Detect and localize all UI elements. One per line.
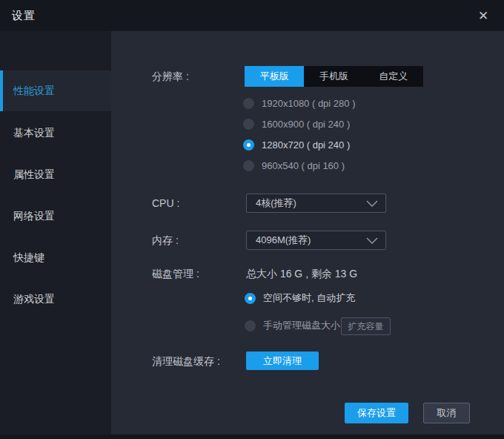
resolution-option-1280x720[interactable]: 1280x720 ( dpi 240 ) bbox=[243, 137, 350, 152]
tab-phone[interactable]: 手机版 bbox=[304, 66, 363, 87]
sidebar-item-shortcuts[interactable]: 快捷键 bbox=[0, 237, 111, 278]
chevron-down-icon bbox=[366, 197, 378, 210]
memory-dropdown[interactable]: 4096M(推荐) bbox=[246, 231, 386, 250]
cpu-dropdown-value: 4核(推荐) bbox=[256, 197, 296, 210]
window-bottom-edge bbox=[0, 435, 504, 439]
resolution-option-label: 1280x720 ( dpi 240 ) bbox=[262, 139, 350, 151]
sidebar-item-label: 属性设置 bbox=[13, 168, 55, 180]
close-button[interactable]: ✕ bbox=[471, 5, 495, 26]
resolution-label: 分辨率 : bbox=[152, 66, 189, 87]
sidebar-item-label: 快捷键 bbox=[13, 251, 44, 263]
resolution-tab-group: 平板版 手机版 自定义 bbox=[245, 66, 423, 87]
sidebar-item-label: 网络设置 bbox=[13, 210, 55, 222]
tab-custom[interactable]: 自定义 bbox=[364, 66, 423, 87]
resolution-option-label: 1600x900 ( dpi 240 ) bbox=[262, 119, 350, 130]
resolution-option-label: 1920x1080 ( dpi 280 ) bbox=[262, 98, 355, 109]
chevron-down-icon bbox=[366, 234, 378, 247]
memory-label: 内存 : bbox=[152, 231, 179, 250]
resolution-option-label: 960x540 ( dpi 160 ) bbox=[262, 160, 345, 171]
disk-option-auto-expand[interactable]: 空间不够时, 自动扩充 bbox=[245, 291, 355, 306]
disk-usage-info: 总大小 16 G , 剩余 13 G bbox=[246, 265, 357, 283]
sidebar-item-game[interactable]: 游戏设置 bbox=[0, 278, 111, 320]
radio-icon bbox=[243, 160, 254, 171]
radio-checked-icon bbox=[243, 139, 254, 151]
close-icon: ✕ bbox=[478, 8, 488, 24]
sidebar-item-label: 游戏设置 bbox=[13, 293, 55, 305]
sidebar: 性能设置 基本设置 属性设置 网络设置 快捷键 游戏设置 bbox=[0, 31, 111, 435]
disk-option-label: 手动管理磁盘大小 bbox=[263, 319, 340, 332]
cpu-dropdown[interactable]: 4核(推荐) bbox=[246, 194, 386, 213]
resolution-option-960x540[interactable]: 960x540 ( dpi 160 ) bbox=[243, 158, 345, 173]
cancel-button[interactable]: 取消 bbox=[423, 403, 470, 423]
tab-tablet[interactable]: 平板版 bbox=[245, 66, 304, 87]
radio-icon bbox=[245, 320, 256, 331]
sidebar-item-basic[interactable]: 基本设置 bbox=[0, 112, 111, 154]
resolution-option-1600x900[interactable]: 1600x900 ( dpi 240 ) bbox=[243, 116, 350, 131]
sidebar-item-label: 基本设置 bbox=[13, 127, 55, 139]
save-settings-button[interactable]: 保存设置 bbox=[345, 403, 408, 423]
cpu-label: CPU : bbox=[152, 194, 179, 213]
memory-dropdown-value: 4096M(推荐) bbox=[256, 234, 311, 247]
sidebar-item-label: 性能设置 bbox=[13, 85, 55, 96]
disk-option-manual[interactable]: 手动管理磁盘大小 bbox=[245, 318, 340, 333]
clean-now-button[interactable]: 立即清理 bbox=[246, 351, 319, 370]
disk-label: 磁盘管理 : bbox=[152, 265, 199, 283]
settings-window: 设置 ✕ 性能设置 基本设置 属性设置 网络设置 快捷键 游戏设置 分辨率 : … bbox=[0, 0, 504, 439]
sidebar-item-network[interactable]: 网络设置 bbox=[0, 195, 111, 237]
radio-icon bbox=[243, 98, 254, 109]
disk-option-label: 空间不够时, 自动扩充 bbox=[263, 291, 355, 305]
performance-settings-panel: 分辨率 : 平板版 手机版 自定义 1920x1080 ( dpi 280 ) … bbox=[111, 31, 504, 435]
expand-capacity-button[interactable]: 扩充容量 bbox=[341, 317, 391, 335]
window-title: 设置 bbox=[12, 0, 36, 31]
sidebar-item-performance[interactable]: 性能设置 bbox=[0, 70, 111, 111]
resolution-option-1920x1080[interactable]: 1920x1080 ( dpi 280 ) bbox=[243, 96, 355, 110]
clean-cache-label: 清理磁盘缓存 : bbox=[152, 352, 220, 370]
sidebar-item-property[interactable]: 属性设置 bbox=[0, 154, 111, 195]
titlebar: 设置 ✕ bbox=[0, 0, 504, 31]
radio-checked-icon bbox=[245, 293, 256, 304]
radio-icon bbox=[243, 119, 254, 130]
